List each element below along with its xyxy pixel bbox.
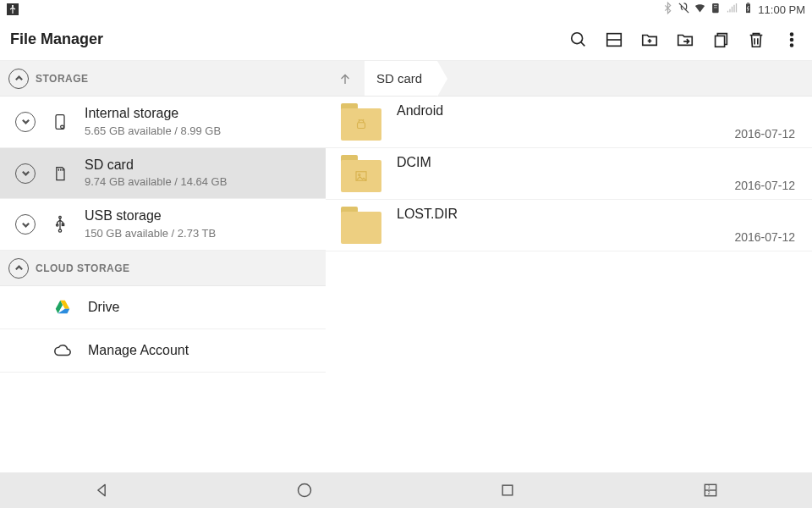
sidebar-item-internal-storage[interactable]: Internal storage 5.65 GB available / 8.9… (0, 97, 326, 148)
nav-recent-button[interactable] (497, 480, 518, 500)
delete-icon[interactable] (746, 30, 766, 50)
copy-icon[interactable] (710, 30, 731, 50)
sidebar-item-sd-card[interactable]: SD card 9.74 GB available / 14.64 GB (0, 148, 326, 200)
svg-point-0 (12, 5, 14, 7)
mute-icon (678, 2, 690, 17)
folder-icon-image (341, 155, 381, 192)
content-pane: SD card Android 2016-07-12 DCIM 201 (326, 61, 812, 472)
svg-point-13 (58, 229, 61, 232)
sd-card-icon (51, 164, 69, 183)
file-list: Android 2016-07-12 DCIM 2016-07-12 LOST.… (326, 97, 812, 472)
section-label: CLOUD STORAGE (36, 262, 130, 274)
collapse-storage-button[interactable] (8, 69, 29, 89)
svg-rect-20 (502, 485, 513, 495)
expand-button[interactable] (15, 214, 36, 235)
usb-icon (51, 215, 69, 234)
sidebar-item-manage-account[interactable]: Manage Account (0, 329, 326, 373)
app-bar: File Manager (0, 19, 812, 61)
svg-text:2: 2 (708, 490, 710, 495)
nav-dual-window-button[interactable]: 12 (700, 480, 721, 500)
status-time: 11:00 PM (758, 3, 805, 16)
svg-point-12 (59, 217, 62, 219)
svg-point-19 (299, 484, 311, 497)
battery-icon (742, 2, 754, 17)
cloud-item-label: Drive (88, 300, 119, 315)
svg-rect-1 (712, 3, 719, 13)
cloud-icon (52, 341, 73, 360)
storage-name: SD card (85, 157, 315, 174)
svg-point-18 (359, 174, 360, 175)
svg-rect-3 (748, 3, 750, 3)
file-date: 2016-07-12 (734, 127, 795, 141)
svg-text:1: 1 (708, 484, 710, 489)
phone-storage-icon (51, 113, 69, 131)
file-name: Android (397, 103, 443, 119)
status-bar: 11:00 PM (0, 0, 812, 19)
app-title: File Manager (10, 30, 103, 48)
file-name: DCIM (397, 155, 431, 170)
svg-rect-10 (56, 115, 64, 130)
folder-icon-android (341, 103, 381, 141)
storage-detail: 9.74 GB available / 14.64 GB (85, 175, 315, 190)
bluetooth-icon (661, 2, 674, 17)
overflow-menu-icon[interactable] (782, 30, 802, 50)
storage-detail: 5.65 GB available / 8.99 GB (85, 124, 315, 139)
file-date: 2016-07-12 (734, 230, 795, 244)
file-date: 2016-07-12 (734, 179, 795, 192)
usb-debug-icon (7, 3, 19, 15)
section-header-cloud: CLOUD STORAGE (0, 251, 326, 286)
svg-point-15 (56, 224, 58, 227)
storage-name: Internal storage (85, 105, 315, 123)
storage-name: USB storage (85, 207, 315, 225)
svg-point-11 (61, 125, 64, 129)
expand-button[interactable] (15, 112, 36, 132)
expand-button[interactable] (15, 163, 36, 184)
svg-point-8 (791, 38, 793, 41)
breadcrumb-current[interactable]: SD card (365, 61, 437, 96)
sim-icon (710, 2, 722, 17)
breadcrumb: SD card (326, 61, 812, 97)
nav-home-button[interactable] (294, 480, 315, 500)
view-list-icon[interactable] (604, 30, 624, 50)
wifi-icon (694, 2, 706, 17)
folder-item[interactable]: LOST.DIR 2016-07-12 (326, 200, 812, 251)
svg-point-9 (791, 43, 793, 46)
breadcrumb-up-button[interactable] (326, 61, 365, 96)
svg-rect-6 (716, 36, 725, 47)
storage-detail: 150 GB available / 2.73 TB (85, 227, 315, 241)
signal-icon (726, 2, 738, 17)
folder-item[interactable]: DCIM 2016-07-12 (326, 148, 812, 200)
sidebar: STORAGE Internal storage 5.65 GB availab… (0, 61, 326, 472)
nav-back-button[interactable] (91, 480, 112, 500)
section-label: STORAGE (36, 73, 89, 85)
google-drive-icon (52, 298, 73, 317)
svg-point-4 (572, 32, 583, 43)
search-icon[interactable] (568, 30, 589, 50)
folder-icon (341, 207, 381, 244)
sidebar-item-usb-storage[interactable]: USB storage 150 GB available / 2.73 TB (0, 199, 326, 251)
folder-item[interactable]: Android 2016-07-12 (326, 97, 812, 148)
collapse-cloud-button[interactable] (8, 258, 29, 279)
move-icon[interactable] (675, 30, 695, 50)
breadcrumb-label: SD card (376, 71, 422, 86)
svg-point-7 (791, 33, 793, 36)
file-name: LOST.DIR (397, 207, 458, 222)
section-header-storage: STORAGE (0, 61, 326, 97)
cloud-item-label: Manage Account (88, 343, 189, 358)
svg-rect-16 (358, 123, 365, 129)
sidebar-item-drive[interactable]: Drive (0, 286, 326, 329)
system-nav-bar: 12 (0, 472, 812, 508)
new-folder-icon[interactable] (639, 30, 660, 50)
